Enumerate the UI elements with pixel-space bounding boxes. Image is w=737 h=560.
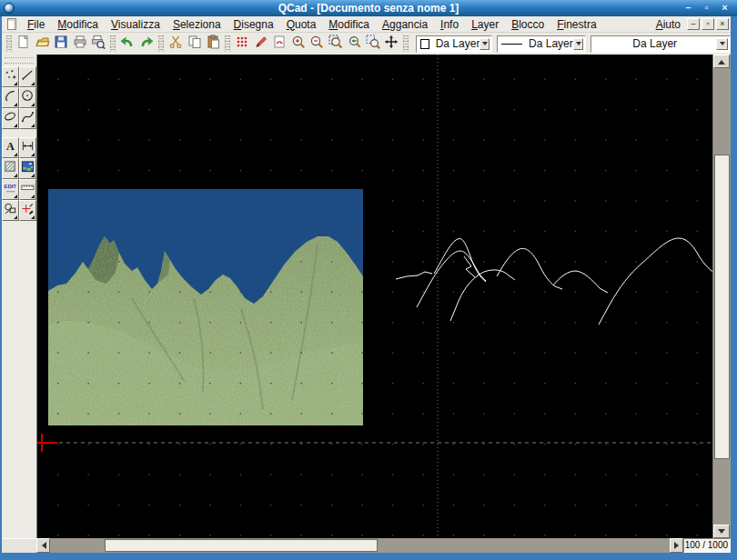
document-icon[interactable] (7, 18, 16, 30)
lines-tool-icon (21, 68, 35, 85)
copy-button[interactable] (185, 35, 203, 54)
zoom-auto-icon (328, 35, 343, 53)
menu-aggancia[interactable]: Aggancia (376, 17, 434, 32)
chevron-down-icon[interactable] (480, 38, 490, 50)
scroll-up-icon[interactable] (713, 55, 730, 68)
mdi-close-icon[interactable]: × (716, 18, 729, 30)
tool-blocks-button[interactable] (2, 200, 19, 221)
zoom-auto-button[interactable] (327, 35, 345, 54)
menu-blocco[interactable]: Blocco (505, 17, 550, 32)
dimensions-tool-icon (21, 139, 35, 156)
tool-hatch-button[interactable] (2, 158, 19, 179)
save-icon (54, 35, 68, 53)
paste-button[interactable] (204, 35, 222, 54)
scroll-down-icon[interactable] (713, 525, 730, 538)
hatch-tool-icon (4, 160, 17, 177)
tool-snap-button[interactable] (19, 200, 36, 221)
toolbar-handle[interactable] (6, 35, 12, 52)
color-swatch (420, 39, 429, 49)
main-toolbar: Da LayerDa LayerDa Layer (2, 33, 731, 55)
pan-button[interactable] (382, 35, 400, 54)
tool-ellipses-button[interactable] (2, 108, 19, 129)
grid-button[interactable] (233, 35, 251, 54)
cut-button[interactable] (167, 35, 185, 54)
vertical-scroll-thumb[interactable] (714, 155, 730, 459)
menu-aiuto[interactable]: Aiuto (650, 17, 687, 32)
toolbar-handle[interactable] (110, 35, 116, 52)
open-button[interactable] (33, 35, 51, 54)
close-icon[interactable]: × (718, 2, 732, 15)
menu-visualizza[interactable]: Visualizza (105, 17, 167, 32)
new-button[interactable] (15, 35, 33, 54)
toolbar-handle[interactable] (158, 35, 164, 52)
tool-measure-button[interactable] (19, 179, 36, 200)
menu-disegna[interactable]: Disegna (227, 17, 280, 32)
cut-icon (168, 35, 183, 53)
zoom-window-button[interactable] (364, 35, 382, 54)
zoom-out-button[interactable] (308, 35, 326, 54)
text-tool-icon: A (4, 139, 17, 156)
redraw-button[interactable] (270, 35, 288, 54)
zoom-previous-icon (347, 35, 361, 53)
bottom-left-corner (2, 538, 36, 553)
redraw-icon (272, 35, 287, 53)
menu-file[interactable]: File (21, 17, 51, 32)
line-width-sample (501, 44, 522, 45)
scroll-right-icon[interactable] (670, 538, 683, 553)
tool-splines-button[interactable] (19, 108, 36, 129)
chevron-down-icon[interactable] (573, 38, 584, 50)
scroll-left-icon[interactable] (36, 538, 50, 553)
drawing-canvas[interactable] (36, 55, 712, 538)
menu-layer[interactable]: Layer (465, 17, 505, 32)
qcad-window: QCad - [Documento senza nome 1] – ▫ × Fi… (0, 0, 737, 560)
toolbar-handle[interactable] (403, 35, 409, 52)
vertical-scrollbar[interactable] (712, 55, 731, 538)
tool-text-button[interactable]: A (2, 137, 19, 158)
horizontal-scrollbar[interactable] (36, 538, 683, 553)
zoom-in-button[interactable] (289, 35, 308, 54)
tool-dimensions-button[interactable] (19, 137, 36, 158)
tool-edit-button[interactable]: EDIT (2, 179, 19, 200)
redo-icon (139, 35, 154, 53)
line-width-combo[interactable]: Da Layer (497, 35, 586, 53)
menu-modifica[interactable]: Modifica (322, 17, 376, 32)
menu-info[interactable]: Info (434, 17, 465, 32)
mdi-minimize-icon[interactable]: – (687, 18, 700, 30)
undo-button[interactable] (118, 35, 136, 54)
menubar: FileModificaVisualizzaSelezionaDisegnaQu… (2, 16, 731, 33)
save-button[interactable] (52, 35, 70, 54)
print-preview-button[interactable] (89, 35, 107, 54)
tool-arcs-button[interactable] (2, 87, 19, 108)
titlebar[interactable]: QCad - [Documento senza nome 1] – ▫ × (0, 0, 737, 16)
color-combo[interactable]: Da Layer (416, 35, 492, 53)
undo-icon (120, 35, 135, 53)
menu-quota[interactable]: Quota (280, 17, 323, 32)
redo-button[interactable] (137, 35, 156, 54)
draft-mode-button[interactable] (252, 35, 270, 54)
toolbar-handle[interactable] (225, 35, 230, 52)
zoom-window-icon (366, 35, 380, 53)
coordinate-display: 100 / 1000 (683, 538, 731, 553)
menu-modifica[interactable]: Modifica (51, 17, 105, 32)
copy-icon (187, 35, 202, 53)
palette-handle[interactable] (5, 57, 34, 64)
maximize-icon[interactable]: ▫ (700, 2, 713, 15)
tool-points-button[interactable] (2, 66, 19, 87)
menu-finestra[interactable]: Finestra (550, 17, 602, 32)
tool-lines-button[interactable] (19, 66, 36, 87)
pan-icon (384, 35, 399, 53)
line-type-combo[interactable]: Da Layer (591, 35, 731, 53)
app-icon (4, 3, 15, 14)
print-button[interactable] (70, 35, 88, 54)
print-preview-icon (91, 35, 106, 53)
tool-image-button[interactable] (19, 158, 36, 179)
zoom-previous-button[interactable] (345, 35, 363, 54)
minimize-icon[interactable]: – (681, 2, 695, 15)
color-value: Da Layer (431, 37, 480, 50)
tool-circles-button[interactable] (19, 87, 36, 108)
svg-text:A: A (6, 140, 15, 153)
menu-seleziona[interactable]: Seleziona (167, 17, 227, 32)
horizontal-scroll-thumb[interactable] (105, 539, 378, 552)
chevron-down-icon[interactable] (716, 38, 728, 50)
mdi-restore-icon[interactable]: ▫ (702, 18, 714, 30)
